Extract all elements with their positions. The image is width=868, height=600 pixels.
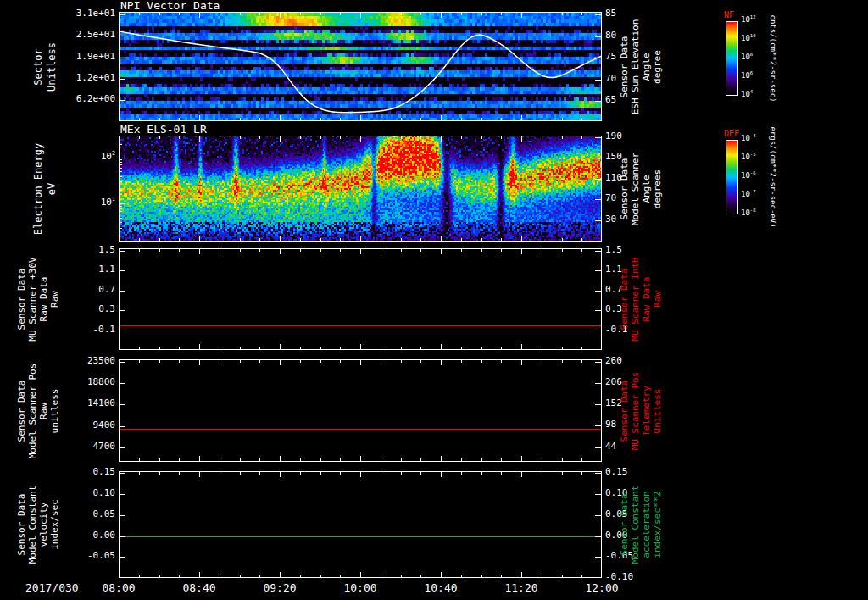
panel-mu30v-ylabel-line: Raw Data [39,277,49,322]
panel-els-right-label-line: Model Scanner [631,152,641,225]
colorbar-nf-tick-label: 108 [741,53,753,62]
panel-mu30v-right-label-line: Raw [653,291,663,308]
colorbar-def-title: DEF [724,129,739,138]
colorbar-def-tick-label: 10-8 [741,209,756,218]
panel-modelconst-plot [119,471,602,578]
panel-mu30v-ylabel-line: MU Scanner +30V [28,257,38,341]
panel-els-right-label-line: Angle [642,175,652,203]
panel-modelconst-right-label-line: acceleration [642,491,652,558]
x-tick-label: 08:00 [102,582,135,594]
colorbar-def-tick-label: 10-4 [741,135,756,143]
colorbar-nf-units-label: cnts/(cm**2-sr-sec) [768,15,776,103]
panel-npi-right-tick-label: 75 [605,52,616,62]
x-tick-label: 10:00 [343,582,376,594]
panel-els-ylabel-line: eV [47,182,58,194]
panel-modelconst-ylabel-line: Sensor Data [17,494,27,556]
panel-npi-right-label-line: degree [653,50,663,84]
colorbar-nf-tick-label: 106 [741,72,753,81]
panel-mu30v-ytick-label: 1.5 [46,245,115,255]
panel-els-title: MEx ELS-01 LR [120,124,207,136]
panel-mu30v-ytick-label: 0.7 [46,285,115,295]
colorbar-nf-tick-label: 104 [741,91,753,99]
panel-els-right-tick-label: 70 [605,193,616,203]
x-tick-label: 09:20 [263,582,296,594]
panel-npi-ylabel-line: Unitless [47,42,58,92]
panel-mu30v-ytick-label: -0.1 [46,325,115,335]
colorbar-def-tick-label: 10-7 [741,191,756,199]
panel-npi-ytick-label: 1.9e+01 [46,52,115,62]
colorbar-def-gradient [726,140,738,214]
colorbar-nf-title: NF [724,10,734,19]
panel-scanpos-ytick-label: 23500 [46,356,115,366]
panel-npi-right-label-line: Angle [642,53,652,81]
panel-scanpos-right-label-line: Sensor Data [620,380,630,442]
panel-npi-title: NPI Vector Data [120,0,220,12]
panel-modelconst-ytick-label: -0.05 [46,551,115,561]
figure: NPI Vector DataSectorUnitless3.1e+012.5e… [0,0,868,600]
panel-modelconst-ytick-label: 0.05 [46,509,115,519]
panel-npi-ylabel-line: Sector [33,48,44,85]
panel-scanpos-ytick-label: 9400 [46,420,115,431]
panel-els-right-tick-label: 190 [605,131,622,142]
panel-scanpos-right-label-line: Telemetry [642,386,652,436]
panel-scanpos-right-tick-label: 44 [605,442,616,452]
panel-npi-ytick-label: 2.5e+01 [46,30,115,40]
panel-scanpos-right-label-line: MU Scanner Pos [631,371,641,450]
panel-els-ytick-label: 102 [46,152,115,162]
panel-npi-right-tick-label: 70 [605,74,616,84]
panel-npi-right-label-line: ESH Sun Elevation [631,19,641,114]
panel-mu30v-ytick-label: 1.1 [46,264,115,275]
panel-modelconst-ytick-label: 0.10 [46,488,115,498]
panel-scanpos-ytick-label: 14100 [46,398,115,408]
x-axis-date-label: 2017/030 [25,582,79,594]
panel-els-right-label-line: Sensor Data [620,158,630,219]
panel-npi-right-label-line: Sensor Data [620,36,630,97]
panel-npi-plot [119,12,602,121]
panel-mu30v-right-tick-label: 1.5 [605,245,622,255]
colorbar-nf-tick-label: 1010 [741,35,756,43]
panel-els-right-label-line: degrees [653,169,663,208]
colorbar-def-units-label: ergs/(cm**2-sr-sec-eV) [768,126,776,227]
panel-npi-right-tick-label: 80 [605,31,616,41]
panel-scanpos-right-label-line: Unitless [653,388,663,433]
panel-modelconst-ytick-label: 0.00 [46,531,115,541]
panel-npi-right-tick-label: 65 [605,95,616,105]
panel-scanpos-ylabel-line: Model Scanner Pos [28,363,38,458]
panel-els-ylabel-line: Electron Energy [33,142,44,234]
panel-modelconst-right-label-line: Sensor Data [620,494,630,556]
colorbar-nf-tick-label: 1012 [741,16,756,25]
panel-mu30v-ytick-label: 0.3 [46,304,115,314]
colorbar-def-tick-label: 10-6 [741,172,756,181]
panel-npi-right-tick-label: 85 [605,8,616,19]
panel-els-plot [119,136,602,242]
panel-mu30v-right-label-line: Raw Data [642,277,652,322]
panel-mu30v-ylabel-line: Sensor Data [17,269,27,331]
panel-scanpos-ytick-label: 4700 [46,442,115,452]
colorbar-nf-gradient [726,21,738,96]
panel-modelconst-right-label-line: index/sec**2 [653,491,663,558]
panel-els-ytick-label: 101 [46,197,115,208]
panel-scanpos-ytick-label: 18800 [46,377,115,387]
panel-modelconst-ylabel-line: Model Constant [28,486,38,564]
x-tick-label: 11:20 [504,582,537,594]
panel-scanpos-plot [119,359,602,462]
colorbar-def-tick-label: 10-5 [741,153,756,162]
panel-mu30v-right-label-line: MU Scanner IntH [631,257,641,341]
panel-npi-ytick-label: 3.1e+01 [46,8,115,19]
panel-mu30v-plot [119,248,602,350]
panel-modelconst-ytick-label: 0.15 [46,467,115,477]
x-tick-label: 12:00 [585,582,618,594]
panel-npi-ytick-label: 1.2e+01 [46,73,115,83]
x-tick-label: 08:40 [182,582,215,594]
panel-scanpos-ylabel-line: Sensor Data [17,380,27,442]
panel-els-right-tick-label: 30 [605,214,616,225]
panel-scanpos-right-tick-label: 260 [605,356,622,366]
x-tick-label: 10:40 [424,582,457,594]
panel-modelconst-ylabel-line: index/sec [50,499,60,550]
panel-modelconst-right-label-line: Model Constant [631,486,641,564]
panel-npi-ytick-label: 6.2e+00 [46,94,115,104]
panel-mu30v-right-label-line: Sensor Data [620,269,630,331]
panel-modelconst-right-tick-label: 0.15 [605,467,628,477]
panel-scanpos-right-tick-label: 98 [605,419,616,430]
